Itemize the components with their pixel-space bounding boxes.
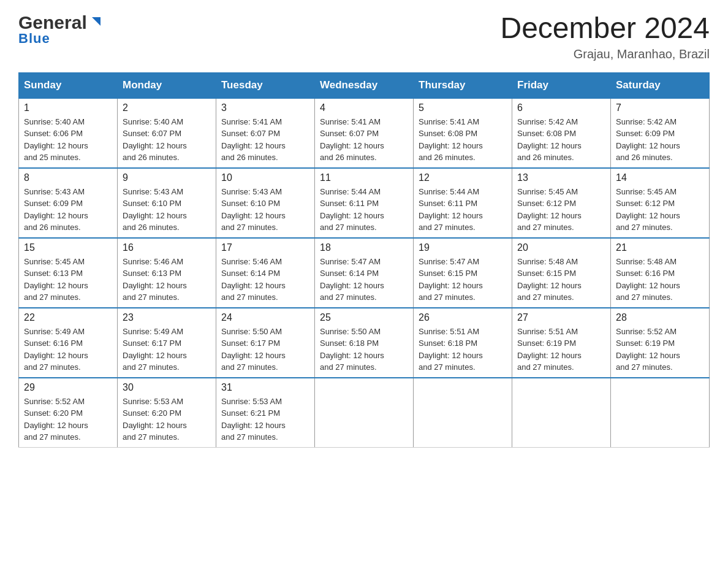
day-info: Sunrise: 5:52 AM Sunset: 6:20 PM Dayligh… (24, 396, 112, 443)
header-day-tuesday: Tuesday (216, 72, 315, 98)
day-info: Sunrise: 5:52 AM Sunset: 6:19 PM Dayligh… (616, 326, 704, 373)
day-cell: 30 Sunrise: 5:53 AM Sunset: 6:20 PM Dayl… (118, 378, 216, 448)
day-cell (414, 378, 512, 448)
month-title: December 2024 (500, 12, 710, 45)
day-info: Sunrise: 5:46 AM Sunset: 6:13 PM Dayligh… (123, 256, 211, 304)
day-cell: 2 Sunrise: 5:40 AM Sunset: 6:07 PM Dayli… (118, 98, 216, 168)
day-number: 13 (517, 172, 605, 183)
day-number: 21 (616, 242, 704, 253)
day-info: Sunrise: 5:40 AM Sunset: 6:07 PM Dayligh… (123, 116, 211, 164)
day-number: 19 (419, 242, 507, 253)
day-info: Sunrise: 5:41 AM Sunset: 6:07 PM Dayligh… (320, 116, 408, 164)
day-cell: 28 Sunrise: 5:52 AM Sunset: 6:19 PM Dayl… (611, 308, 710, 378)
day-info: Sunrise: 5:42 AM Sunset: 6:09 PM Dayligh… (616, 116, 704, 164)
day-cell: 23 Sunrise: 5:49 AM Sunset: 6:17 PM Dayl… (118, 308, 216, 378)
day-cell: 12 Sunrise: 5:44 AM Sunset: 6:11 PM Dayl… (414, 168, 512, 238)
header-day-friday: Friday (512, 72, 611, 98)
day-number: 25 (320, 312, 408, 323)
day-number: 29 (24, 382, 112, 393)
day-info: Sunrise: 5:44 AM Sunset: 6:11 PM Dayligh… (419, 186, 507, 234)
day-info: Sunrise: 5:43 AM Sunset: 6:10 PM Dayligh… (123, 186, 211, 234)
day-info: Sunrise: 5:42 AM Sunset: 6:08 PM Dayligh… (517, 116, 605, 164)
day-info: Sunrise: 5:43 AM Sunset: 6:10 PM Dayligh… (221, 186, 309, 234)
day-number: 6 (517, 102, 605, 113)
day-number: 7 (616, 102, 704, 113)
day-number: 18 (320, 242, 408, 253)
day-info: Sunrise: 5:46 AM Sunset: 6:14 PM Dayligh… (221, 256, 309, 304)
day-cell: 31 Sunrise: 5:53 AM Sunset: 6:21 PM Dayl… (216, 378, 315, 448)
day-number: 4 (320, 102, 408, 113)
day-info: Sunrise: 5:40 AM Sunset: 6:06 PM Dayligh… (24, 116, 112, 164)
day-cell: 13 Sunrise: 5:45 AM Sunset: 6:12 PM Dayl… (512, 168, 611, 238)
day-cell: 27 Sunrise: 5:51 AM Sunset: 6:19 PM Dayl… (512, 308, 611, 378)
day-info: Sunrise: 5:50 AM Sunset: 6:18 PM Dayligh… (320, 326, 408, 373)
day-cell: 21 Sunrise: 5:48 AM Sunset: 6:16 PM Dayl… (611, 238, 710, 308)
day-cell: 5 Sunrise: 5:41 AM Sunset: 6:08 PM Dayli… (414, 98, 512, 168)
day-cell: 15 Sunrise: 5:45 AM Sunset: 6:13 PM Dayl… (19, 238, 118, 308)
day-cell (315, 378, 414, 448)
week-row-1: 1 Sunrise: 5:40 AM Sunset: 6:06 PM Dayli… (19, 98, 710, 168)
day-info: Sunrise: 5:48 AM Sunset: 6:15 PM Dayligh… (517, 256, 605, 304)
day-cell: 8 Sunrise: 5:43 AM Sunset: 6:09 PM Dayli… (19, 168, 118, 238)
day-cell: 6 Sunrise: 5:42 AM Sunset: 6:08 PM Dayli… (512, 98, 611, 168)
day-number: 10 (221, 172, 309, 183)
day-cell: 7 Sunrise: 5:42 AM Sunset: 6:09 PM Dayli… (611, 98, 710, 168)
day-cell (512, 378, 611, 448)
logo-triangle-icon (89, 15, 103, 28)
day-number: 12 (419, 172, 507, 183)
day-cell: 1 Sunrise: 5:40 AM Sunset: 6:06 PM Dayli… (19, 98, 118, 168)
week-row-2: 8 Sunrise: 5:43 AM Sunset: 6:09 PM Dayli… (19, 168, 710, 238)
day-info: Sunrise: 5:47 AM Sunset: 6:15 PM Dayligh… (419, 256, 507, 304)
location-title: Grajau, Maranhao, Brazil (500, 47, 710, 61)
day-number: 27 (517, 312, 605, 323)
day-cell: 22 Sunrise: 5:49 AM Sunset: 6:16 PM Dayl… (19, 308, 118, 378)
day-info: Sunrise: 5:49 AM Sunset: 6:16 PM Dayligh… (24, 326, 112, 373)
day-number: 2 (123, 102, 211, 113)
week-row-3: 15 Sunrise: 5:45 AM Sunset: 6:13 PM Dayl… (19, 238, 710, 308)
day-info: Sunrise: 5:43 AM Sunset: 6:09 PM Dayligh… (24, 186, 112, 234)
day-number: 9 (123, 172, 211, 183)
logo-blue: Blue (18, 31, 50, 47)
day-cell: 19 Sunrise: 5:47 AM Sunset: 6:15 PM Dayl… (414, 238, 512, 308)
day-info: Sunrise: 5:45 AM Sunset: 6:12 PM Dayligh… (517, 186, 605, 234)
day-info: Sunrise: 5:41 AM Sunset: 6:08 PM Dayligh… (419, 116, 507, 164)
day-cell: 20 Sunrise: 5:48 AM Sunset: 6:15 PM Dayl… (512, 238, 611, 308)
day-cell: 4 Sunrise: 5:41 AM Sunset: 6:07 PM Dayli… (315, 98, 414, 168)
day-cell: 14 Sunrise: 5:45 AM Sunset: 6:12 PM Dayl… (611, 168, 710, 238)
day-cell: 9 Sunrise: 5:43 AM Sunset: 6:10 PM Dayli… (118, 168, 216, 238)
day-number: 1 (24, 102, 112, 113)
day-info: Sunrise: 5:53 AM Sunset: 6:20 PM Dayligh… (123, 396, 211, 443)
day-cell: 16 Sunrise: 5:46 AM Sunset: 6:13 PM Dayl… (118, 238, 216, 308)
logo-general: General (18, 12, 87, 33)
day-cell: 11 Sunrise: 5:44 AM Sunset: 6:11 PM Dayl… (315, 168, 414, 238)
week-row-5: 29 Sunrise: 5:52 AM Sunset: 6:20 PM Dayl… (19, 378, 710, 448)
day-info: Sunrise: 5:44 AM Sunset: 6:11 PM Dayligh… (320, 186, 408, 234)
header-row: SundayMondayTuesdayWednesdayThursdayFrid… (19, 72, 710, 98)
day-number: 20 (517, 242, 605, 253)
day-number: 14 (616, 172, 704, 183)
week-row-4: 22 Sunrise: 5:49 AM Sunset: 6:16 PM Dayl… (19, 308, 710, 378)
calendar-table: SundayMondayTuesdayWednesdayThursdayFrid… (18, 72, 710, 448)
day-cell: 29 Sunrise: 5:52 AM Sunset: 6:20 PM Dayl… (19, 378, 118, 448)
day-number: 22 (24, 312, 112, 323)
day-number: 28 (616, 312, 704, 323)
day-number: 16 (123, 242, 211, 253)
header-day-saturday: Saturday (611, 72, 710, 98)
header-day-thursday: Thursday (414, 72, 512, 98)
day-info: Sunrise: 5:48 AM Sunset: 6:16 PM Dayligh… (616, 256, 704, 304)
day-info: Sunrise: 5:45 AM Sunset: 6:12 PM Dayligh… (616, 186, 704, 234)
day-number: 31 (221, 382, 309, 393)
header-day-sunday: Sunday (19, 72, 118, 98)
day-info: Sunrise: 5:51 AM Sunset: 6:19 PM Dayligh… (517, 326, 605, 373)
logo: General Blue (18, 12, 103, 47)
title-section: December 2024 Grajau, Maranhao, Brazil (500, 12, 710, 61)
day-info: Sunrise: 5:49 AM Sunset: 6:17 PM Dayligh… (123, 326, 211, 373)
day-cell: 25 Sunrise: 5:50 AM Sunset: 6:18 PM Dayl… (315, 308, 414, 378)
day-cell: 24 Sunrise: 5:50 AM Sunset: 6:17 PM Dayl… (216, 308, 315, 378)
day-number: 23 (123, 312, 211, 323)
day-info: Sunrise: 5:53 AM Sunset: 6:21 PM Dayligh… (221, 396, 309, 443)
header-day-monday: Monday (118, 72, 216, 98)
day-number: 24 (221, 312, 309, 323)
day-info: Sunrise: 5:47 AM Sunset: 6:14 PM Dayligh… (320, 256, 408, 304)
day-number: 15 (24, 242, 112, 253)
